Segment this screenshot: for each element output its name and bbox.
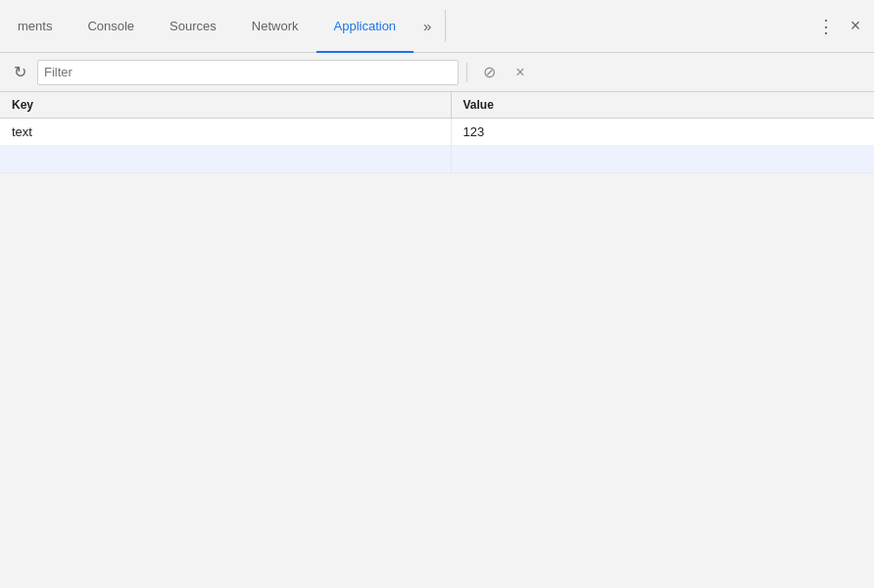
tab-application-label: Application (334, 19, 397, 33)
tab-application[interactable]: Application (316, 1, 414, 53)
main-content: ↻ ⊘ × Key Value (0, 53, 874, 588)
close-devtools-button[interactable]: × (841, 12, 870, 41)
table-row[interactable]: text123 (0, 119, 874, 146)
table-header-row: Key Value (0, 92, 874, 119)
tab-actions: ⋮ × (811, 0, 874, 52)
tab-bar: ments Console Sources Network Applicatio… (0, 0, 874, 53)
tab-sources[interactable]: Sources (152, 1, 234, 53)
close-filter-icon: × (515, 64, 524, 81)
toolbar: ↻ ⊘ × (0, 53, 874, 92)
more-options-button[interactable]: ⋮ (811, 12, 841, 41)
table-cell-value: 123 (451, 119, 874, 146)
tab-sources-label: Sources (170, 19, 217, 33)
chevron-right-icon: » (423, 18, 431, 34)
clear-icon: ⊘ (483, 63, 496, 81)
column-header-key: Key (0, 92, 451, 119)
tab-elements[interactable]: ments (0, 1, 70, 53)
close-icon: × (850, 16, 861, 36)
tab-more-button[interactable]: » (413, 0, 441, 52)
dots-icon: ⋮ (817, 16, 835, 37)
filter-input-wrapper (37, 60, 459, 85)
tab-network[interactable]: Network (234, 1, 316, 53)
tab-network-label: Network (252, 19, 299, 33)
table-row-empty (0, 146, 874, 173)
table-cell-key: text (0, 119, 451, 146)
toolbar-divider (466, 63, 467, 82)
column-header-value: Value (451, 92, 874, 119)
table-body: text123 (0, 119, 874, 173)
table-container: Key Value text123 (0, 92, 874, 588)
refresh-icon: ↻ (14, 63, 26, 81)
empty-key-cell (0, 146, 451, 173)
tab-console-label: Console (87, 19, 134, 33)
storage-table: Key Value text123 (0, 92, 874, 173)
empty-value-cell (451, 146, 874, 173)
clear-filter-button[interactable]: ⊘ (475, 59, 503, 86)
tab-elements-label: ments (18, 19, 52, 33)
refresh-button[interactable]: ↻ (6, 59, 33, 86)
tab-console[interactable]: Console (70, 1, 152, 53)
filter-input[interactable] (44, 65, 452, 79)
tab-separator (445, 10, 446, 42)
close-filter-button[interactable]: × (507, 59, 534, 86)
